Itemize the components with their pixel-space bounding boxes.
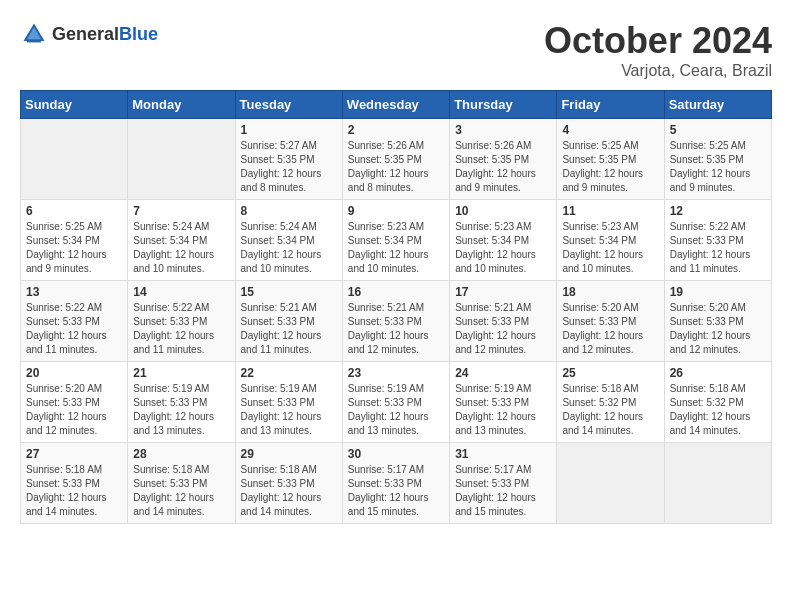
day-number: 25 — [562, 366, 658, 380]
calendar-cell: 29Sunrise: 5:18 AMSunset: 5:33 PMDayligh… — [235, 443, 342, 524]
day-number: 9 — [348, 204, 444, 218]
day-number: 6 — [26, 204, 122, 218]
day-info: Sunrise: 5:17 AMSunset: 5:33 PMDaylight:… — [348, 463, 444, 519]
day-info: Sunrise: 5:21 AMSunset: 5:33 PMDaylight:… — [455, 301, 551, 357]
day-number: 1 — [241, 123, 337, 137]
day-number: 18 — [562, 285, 658, 299]
weekday-header-monday: Monday — [128, 91, 235, 119]
calendar-cell: 3Sunrise: 5:26 AMSunset: 5:35 PMDaylight… — [450, 119, 557, 200]
day-number: 16 — [348, 285, 444, 299]
day-info: Sunrise: 5:18 AMSunset: 5:33 PMDaylight:… — [26, 463, 122, 519]
day-info: Sunrise: 5:20 AMSunset: 5:33 PMDaylight:… — [562, 301, 658, 357]
day-number: 17 — [455, 285, 551, 299]
day-number: 7 — [133, 204, 229, 218]
weekday-header-wednesday: Wednesday — [342, 91, 449, 119]
day-number: 27 — [26, 447, 122, 461]
day-info: Sunrise: 5:26 AMSunset: 5:35 PMDaylight:… — [455, 139, 551, 195]
calendar-cell: 30Sunrise: 5:17 AMSunset: 5:33 PMDayligh… — [342, 443, 449, 524]
calendar-cell: 1Sunrise: 5:27 AMSunset: 5:35 PMDaylight… — [235, 119, 342, 200]
day-info: Sunrise: 5:23 AMSunset: 5:34 PMDaylight:… — [562, 220, 658, 276]
calendar-cell: 18Sunrise: 5:20 AMSunset: 5:33 PMDayligh… — [557, 281, 664, 362]
day-number: 3 — [455, 123, 551, 137]
calendar-cell — [21, 119, 128, 200]
day-number: 14 — [133, 285, 229, 299]
day-number: 5 — [670, 123, 766, 137]
calendar-cell: 25Sunrise: 5:18 AMSunset: 5:32 PMDayligh… — [557, 362, 664, 443]
day-number: 29 — [241, 447, 337, 461]
calendar-cell: 13Sunrise: 5:22 AMSunset: 5:33 PMDayligh… — [21, 281, 128, 362]
calendar-cell: 10Sunrise: 5:23 AMSunset: 5:34 PMDayligh… — [450, 200, 557, 281]
title-block: October 2024 Varjota, Ceara, Brazil — [544, 20, 772, 80]
calendar-cell: 28Sunrise: 5:18 AMSunset: 5:33 PMDayligh… — [128, 443, 235, 524]
calendar-cell: 16Sunrise: 5:21 AMSunset: 5:33 PMDayligh… — [342, 281, 449, 362]
day-info: Sunrise: 5:22 AMSunset: 5:33 PMDaylight:… — [26, 301, 122, 357]
calendar-cell: 15Sunrise: 5:21 AMSunset: 5:33 PMDayligh… — [235, 281, 342, 362]
logo: GeneralBlue — [20, 20, 158, 48]
day-info: Sunrise: 5:17 AMSunset: 5:33 PMDaylight:… — [455, 463, 551, 519]
calendar-cell: 2Sunrise: 5:26 AMSunset: 5:35 PMDaylight… — [342, 119, 449, 200]
day-number: 10 — [455, 204, 551, 218]
day-info: Sunrise: 5:21 AMSunset: 5:33 PMDaylight:… — [348, 301, 444, 357]
calendar-cell: 22Sunrise: 5:19 AMSunset: 5:33 PMDayligh… — [235, 362, 342, 443]
weekday-header-friday: Friday — [557, 91, 664, 119]
calendar-cell: 21Sunrise: 5:19 AMSunset: 5:33 PMDayligh… — [128, 362, 235, 443]
day-number: 28 — [133, 447, 229, 461]
day-info: Sunrise: 5:22 AMSunset: 5:33 PMDaylight:… — [670, 220, 766, 276]
calendar-cell: 8Sunrise: 5:24 AMSunset: 5:34 PMDaylight… — [235, 200, 342, 281]
day-number: 11 — [562, 204, 658, 218]
day-info: Sunrise: 5:23 AMSunset: 5:34 PMDaylight:… — [455, 220, 551, 276]
calendar-cell: 6Sunrise: 5:25 AMSunset: 5:34 PMDaylight… — [21, 200, 128, 281]
day-info: Sunrise: 5:23 AMSunset: 5:34 PMDaylight:… — [348, 220, 444, 276]
calendar-cell: 27Sunrise: 5:18 AMSunset: 5:33 PMDayligh… — [21, 443, 128, 524]
day-number: 4 — [562, 123, 658, 137]
calendar-cell — [557, 443, 664, 524]
calendar-table: SundayMondayTuesdayWednesdayThursdayFrid… — [20, 90, 772, 524]
day-number: 13 — [26, 285, 122, 299]
day-number: 12 — [670, 204, 766, 218]
month-title: October 2024 — [544, 20, 772, 62]
calendar-cell: 26Sunrise: 5:18 AMSunset: 5:32 PMDayligh… — [664, 362, 771, 443]
day-info: Sunrise: 5:18 AMSunset: 5:32 PMDaylight:… — [562, 382, 658, 438]
day-info: Sunrise: 5:27 AMSunset: 5:35 PMDaylight:… — [241, 139, 337, 195]
day-info: Sunrise: 5:25 AMSunset: 5:35 PMDaylight:… — [562, 139, 658, 195]
calendar-cell: 12Sunrise: 5:22 AMSunset: 5:33 PMDayligh… — [664, 200, 771, 281]
day-number: 21 — [133, 366, 229, 380]
weekday-header-tuesday: Tuesday — [235, 91, 342, 119]
calendar-cell — [664, 443, 771, 524]
calendar-cell: 19Sunrise: 5:20 AMSunset: 5:33 PMDayligh… — [664, 281, 771, 362]
day-info: Sunrise: 5:22 AMSunset: 5:33 PMDaylight:… — [133, 301, 229, 357]
calendar-cell: 7Sunrise: 5:24 AMSunset: 5:34 PMDaylight… — [128, 200, 235, 281]
calendar-cell: 5Sunrise: 5:25 AMSunset: 5:35 PMDaylight… — [664, 119, 771, 200]
day-number: 30 — [348, 447, 444, 461]
calendar-cell: 31Sunrise: 5:17 AMSunset: 5:33 PMDayligh… — [450, 443, 557, 524]
day-info: Sunrise: 5:26 AMSunset: 5:35 PMDaylight:… — [348, 139, 444, 195]
day-info: Sunrise: 5:25 AMSunset: 5:35 PMDaylight:… — [670, 139, 766, 195]
calendar-cell: 14Sunrise: 5:22 AMSunset: 5:33 PMDayligh… — [128, 281, 235, 362]
svg-rect-2 — [27, 40, 41, 43]
day-number: 22 — [241, 366, 337, 380]
day-number: 8 — [241, 204, 337, 218]
day-number: 31 — [455, 447, 551, 461]
day-info: Sunrise: 5:20 AMSunset: 5:33 PMDaylight:… — [26, 382, 122, 438]
page-header: GeneralBlue October 2024 Varjota, Ceara,… — [20, 20, 772, 80]
calendar-cell: 24Sunrise: 5:19 AMSunset: 5:33 PMDayligh… — [450, 362, 557, 443]
day-info: Sunrise: 5:19 AMSunset: 5:33 PMDaylight:… — [241, 382, 337, 438]
logo-icon — [20, 20, 48, 48]
calendar-cell: 20Sunrise: 5:20 AMSunset: 5:33 PMDayligh… — [21, 362, 128, 443]
calendar-cell: 17Sunrise: 5:21 AMSunset: 5:33 PMDayligh… — [450, 281, 557, 362]
day-info: Sunrise: 5:24 AMSunset: 5:34 PMDaylight:… — [241, 220, 337, 276]
day-number: 23 — [348, 366, 444, 380]
day-info: Sunrise: 5:18 AMSunset: 5:32 PMDaylight:… — [670, 382, 766, 438]
weekday-header-sunday: Sunday — [21, 91, 128, 119]
logo-text-general: General — [52, 24, 119, 44]
day-number: 15 — [241, 285, 337, 299]
day-info: Sunrise: 5:18 AMSunset: 5:33 PMDaylight:… — [133, 463, 229, 519]
day-number: 19 — [670, 285, 766, 299]
weekday-header-saturday: Saturday — [664, 91, 771, 119]
calendar-cell: 9Sunrise: 5:23 AMSunset: 5:34 PMDaylight… — [342, 200, 449, 281]
day-number: 2 — [348, 123, 444, 137]
calendar-cell — [128, 119, 235, 200]
weekday-header-thursday: Thursday — [450, 91, 557, 119]
day-info: Sunrise: 5:25 AMSunset: 5:34 PMDaylight:… — [26, 220, 122, 276]
day-info: Sunrise: 5:21 AMSunset: 5:33 PMDaylight:… — [241, 301, 337, 357]
